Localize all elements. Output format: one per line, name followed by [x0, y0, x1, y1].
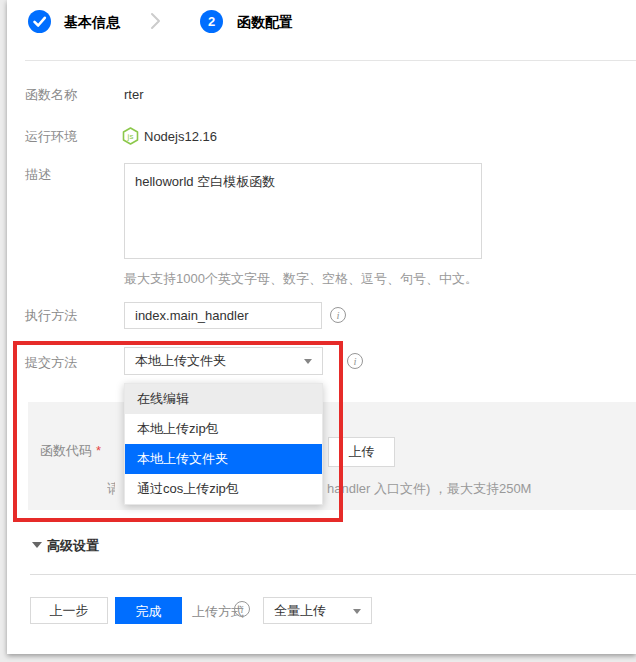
svg-text:js: js [127, 132, 134, 141]
prev-step-button[interactable]: 上一步 [30, 597, 108, 624]
required-mark: * [96, 443, 101, 458]
handler-label: 执行方法 [25, 308, 77, 323]
step1-done-indicator[interactable] [28, 10, 51, 33]
code-hint-left-fragment: 请 [107, 480, 115, 498]
step2-number-badge: 2 [200, 10, 223, 33]
finish-button[interactable]: 完成 [115, 597, 182, 624]
runtime-label: 运行环境 [25, 129, 77, 144]
nodejs-icon: js [122, 127, 139, 145]
chevron-down-icon [353, 609, 361, 614]
handler-info-icon[interactable]: i [330, 307, 346, 323]
chevron-down-icon [304, 359, 312, 364]
triangle-down-icon [32, 542, 42, 548]
submit-method-select[interactable]: 本地上传文件夹 [124, 347, 323, 375]
description-label: 描述 [25, 167, 51, 182]
header-divider [25, 60, 636, 61]
submit-method-value: 本地上传文件夹 [125, 348, 322, 374]
step2-label: 函数配置 [237, 14, 293, 30]
upload-mode-info-icon[interactable]: i [234, 601, 250, 617]
function-code-label: 函数代码* [40, 443, 101, 458]
footer-divider [30, 574, 636, 575]
menu-item-cos-zip[interactable]: 通过cos上传zip包 [125, 474, 322, 504]
description-textarea[interactable]: helloworld 空白模板函数 [124, 163, 482, 259]
chevron-right-icon [150, 12, 161, 30]
menu-item-upload-folder[interactable]: 本地上传文件夹 [125, 444, 322, 474]
step1-label[interactable]: 基本信息 [64, 14, 120, 30]
submit-method-info-icon[interactable]: i [347, 353, 363, 369]
menu-item-upload-zip[interactable]: 本地上传zip包 [125, 414, 322, 444]
upload-mode-select[interactable]: 全量上传 [263, 597, 372, 624]
menu-item-online-edit[interactable]: 在线编辑 [125, 384, 322, 414]
submit-method-dropdown-menu: 在线编辑 本地上传zip包 本地上传文件夹 通过cos上传zip包 [124, 383, 323, 505]
submit-method-label: 提交方法 [25, 355, 77, 370]
runtime-value: Nodejs12.16 [144, 129, 217, 144]
description-hint: 最大支持1000个英文字母、数字、空格、逗号、句号、中文。 [124, 270, 478, 288]
function-name-label: 函数名称 [25, 87, 77, 102]
upload-button[interactable]: 上传 [328, 437, 395, 467]
check-icon [28, 10, 51, 33]
function-name-value: rter [124, 87, 144, 102]
code-hint-right-fragment: handler 入口文件) ，最大支持250M [327, 480, 531, 498]
handler-input[interactable]: index.main_handler [124, 302, 322, 329]
advanced-settings-toggle[interactable]: 高级设置 [47, 537, 99, 555]
